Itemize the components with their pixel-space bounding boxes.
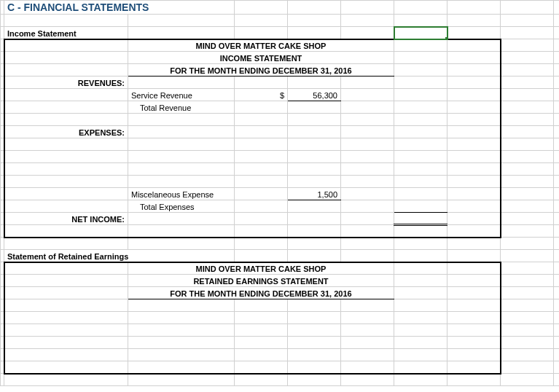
total-expenses-label: Total Expenses bbox=[128, 200, 235, 213]
retained-earnings-heading: Statement of Retained Earnings bbox=[4, 250, 235, 262]
net-income-label: NET INCOME: bbox=[4, 213, 128, 225]
misc-expense-amount: 1,500 bbox=[288, 188, 341, 200]
re-statement-type: RETAINED EARNINGS STATEMENT bbox=[128, 275, 394, 287]
service-revenue-label: Service Revenue bbox=[128, 89, 235, 101]
spreadsheet-grid[interactable]: C - FINANCIAL STATEMENTS Income Statemen… bbox=[0, 0, 559, 386]
re-company-name: MIND OVER MATTER CAKE SHOP bbox=[128, 262, 394, 275]
expenses-label: EXPENSES: bbox=[4, 126, 128, 138]
company-name: MIND OVER MATTER CAKE SHOP bbox=[128, 39, 394, 52]
service-revenue-currency: $ bbox=[235, 89, 288, 101]
revenues-label: REVENUES: bbox=[4, 77, 128, 89]
income-statement-heading: Income Statement bbox=[4, 27, 128, 39]
misc-expense-label: Miscelaneous Expense bbox=[128, 188, 235, 200]
re-statement-period: FOR THE MONTH ENDING DECEMBER 31, 2016 bbox=[128, 287, 394, 299]
statement-period: FOR THE MONTH ENDING DECEMBER 31, 2016 bbox=[128, 64, 394, 77]
statement-type: INCOME STATEMENT bbox=[128, 52, 394, 64]
total-revenue-label: Total Revenue bbox=[128, 101, 235, 114]
section-title: C - FINANCIAL STATEMENTS bbox=[4, 1, 235, 15]
service-revenue-amount: 56,300 bbox=[288, 89, 341, 101]
active-cell[interactable] bbox=[394, 27, 447, 39]
